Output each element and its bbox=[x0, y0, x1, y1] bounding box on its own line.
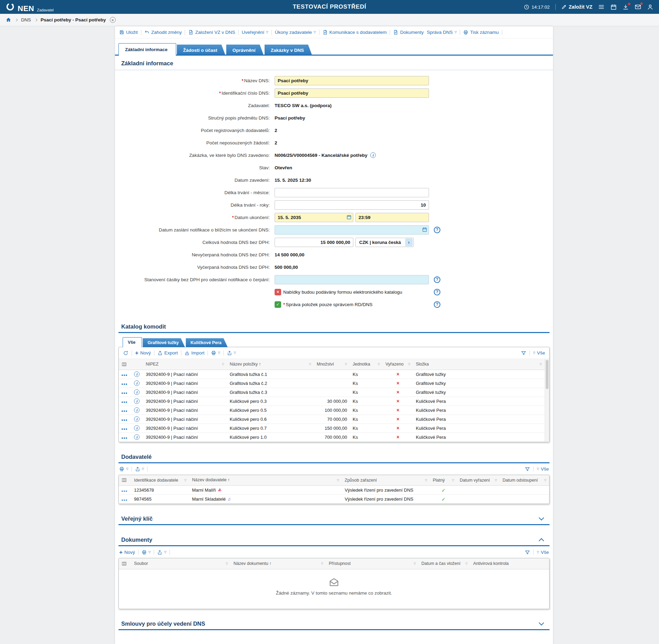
info-icon[interactable]: i bbox=[134, 389, 140, 395]
info-icon[interactable]: i bbox=[370, 152, 376, 158]
end-time-input[interactable] bbox=[355, 213, 429, 222]
filter-button[interactable] bbox=[525, 550, 530, 555]
date-picker-button[interactable] bbox=[422, 227, 427, 232]
column-filter-icon[interactable]: ▽ bbox=[378, 362, 380, 366]
documents-button[interactable]: Dokumenty bbox=[393, 30, 423, 35]
drawdown-notification-amount-input[interactable] bbox=[275, 275, 429, 284]
column-header-nipez[interactable]: NIPEZ▽ bbox=[143, 359, 227, 370]
print-menu[interactable]: ▽ bbox=[119, 466, 128, 472]
column-header-inclusion-method[interactable]: Způsob zařazení▽ bbox=[342, 475, 430, 486]
column-header-supplier-name[interactable]: Název dodavatele↑▽ bbox=[189, 475, 342, 486]
tab-basic-info[interactable]: Základní informace bbox=[118, 43, 176, 56]
column-header-antivirus[interactable]: Antivirová kontrola bbox=[470, 558, 549, 569]
column-filter-icon[interactable]: ▽ bbox=[222, 362, 224, 366]
column-header-valid[interactable]: Platný▽ bbox=[430, 475, 457, 486]
export-button[interactable]: Export bbox=[157, 350, 178, 356]
column-filter-icon[interactable]: ▽ bbox=[413, 562, 416, 565]
publish-menu[interactable]: Uveřejnění ▽ bbox=[242, 30, 268, 35]
downloads-button[interactable] bbox=[622, 4, 629, 10]
row-actions-icon[interactable] bbox=[122, 500, 127, 501]
section-header[interactable]: Veřejný klíč bbox=[118, 513, 550, 525]
view-all-menu[interactable]: ▽ Vše bbox=[537, 550, 549, 555]
row-actions-icon[interactable] bbox=[122, 383, 127, 385]
row-actions-icon[interactable] bbox=[122, 401, 127, 403]
print-menu[interactable]: ▽ bbox=[211, 350, 220, 356]
help-icon[interactable]: ? bbox=[434, 289, 440, 295]
filter-button[interactable] bbox=[525, 466, 530, 472]
date-picker-button[interactable] bbox=[346, 215, 352, 220]
app-brand[interactable]: NEN Zadavatel bbox=[6, 2, 54, 12]
table-row[interactable]: i 39292400-9 | Psací náčiní Kuličkové pe… bbox=[119, 415, 545, 424]
home-button[interactable] bbox=[6, 17, 11, 23]
row-actions-icon[interactable] bbox=[122, 428, 127, 430]
column-filter-icon[interactable]: ▽ bbox=[408, 362, 410, 366]
table-row[interactable]: i 39292400-9 | Psací náčiní Kuličkové pe… bbox=[119, 424, 545, 433]
column-header-excluded[interactable]: Vyřazeno▽ bbox=[383, 359, 413, 370]
column-header-unit[interactable]: Jednotka▽ bbox=[350, 359, 383, 370]
messages-button[interactable] bbox=[634, 3, 641, 10]
row-actions-icon[interactable] bbox=[122, 491, 127, 492]
table-row[interactable]: i 39292400-9 | Psací náčiní Kuličkové pe… bbox=[119, 406, 545, 415]
row-actions-icon[interactable] bbox=[122, 419, 127, 421]
supplier-communication-button[interactable]: Komunikace s dodavatelem bbox=[323, 30, 387, 35]
row-actions-icon[interactable] bbox=[122, 410, 127, 412]
currency-selector[interactable]: CZK | koruna česká › bbox=[355, 238, 414, 247]
column-chooser[interactable] bbox=[119, 359, 131, 370]
new-document-button[interactable]: + Nový bbox=[119, 549, 135, 555]
column-filter-icon[interactable]: ▽ bbox=[321, 562, 323, 565]
table-row[interactable]: 9874565 Marní Skladatelé♫ Výsledek řízen… bbox=[119, 495, 549, 504]
breadcrumb-dns[interactable]: DNS bbox=[21, 17, 31, 22]
column-filter-icon[interactable]: ▽ bbox=[309, 362, 311, 366]
row-actions-icon[interactable] bbox=[122, 375, 127, 376]
info-icon[interactable]: i bbox=[134, 407, 140, 413]
column-header-withdrawal-date[interactable]: Datum odstoupení▽ bbox=[500, 475, 549, 486]
column-filter-icon[interactable]: ▽ bbox=[465, 562, 468, 565]
column-filter-icon[interactable]: ▽ bbox=[226, 562, 228, 565]
info-icon[interactable]: i bbox=[134, 398, 140, 404]
share-menu[interactable]: ▽ bbox=[135, 466, 144, 472]
table-row[interactable]: i 39292400-9 | Psací náčiní Grafitová tu… bbox=[119, 379, 545, 388]
chevron-up-icon[interactable] bbox=[539, 538, 544, 544]
profile-button[interactable] bbox=[647, 4, 653, 10]
print-menu[interactable]: ▽ bbox=[142, 550, 151, 555]
column-header-insert-date[interactable]: Datum a čas vložení▽ bbox=[419, 558, 470, 569]
column-header-folder[interactable]: Složka▽ bbox=[413, 359, 545, 370]
section-header[interactable]: Smlouvy pro účely vedení DNS bbox=[118, 618, 550, 630]
chevron-down-icon[interactable] bbox=[539, 620, 544, 625]
tab-orders-in-dns[interactable]: Zakázky v DNS bbox=[265, 45, 312, 56]
breadcrumb-current[interactable]: Psací potřeby - Psací potřeby bbox=[41, 17, 106, 22]
section-header[interactable]: Dokumenty bbox=[118, 534, 550, 546]
table-scrollbar[interactable] bbox=[545, 359, 549, 442]
row-actions-icon[interactable] bbox=[122, 437, 127, 439]
column-chooser[interactable] bbox=[119, 558, 131, 569]
end-date-input[interactable] bbox=[275, 213, 353, 222]
column-header-removal-date[interactable]: Datum vyřazení▽ bbox=[457, 475, 500, 486]
currency-picker-button[interactable]: › bbox=[405, 238, 413, 246]
import-button[interactable]: Import bbox=[184, 350, 204, 356]
column-header-access[interactable]: Přístupnost▽ bbox=[326, 558, 419, 569]
new-item-button[interactable]: + Nový bbox=[135, 350, 151, 356]
column-header-qty[interactable]: Množství▽ bbox=[314, 359, 350, 370]
duration-years-input[interactable] bbox=[275, 200, 429, 210]
share-menu[interactable]: ▽ bbox=[157, 550, 166, 555]
info-icon[interactable]: i bbox=[134, 425, 140, 431]
row-actions-icon[interactable] bbox=[122, 392, 127, 394]
column-filter-icon[interactable]: ▽ bbox=[337, 479, 339, 482]
scrollbar-thumb[interactable] bbox=[546, 360, 548, 389]
duration-months-input[interactable] bbox=[275, 188, 429, 197]
table-row[interactable]: i 39292400-9 | Psací náčiní Grafitová tu… bbox=[119, 370, 545, 379]
checkbox-electronic-catalog[interactable]: × bbox=[275, 289, 281, 295]
column-filter-icon[interactable]: ▽ bbox=[425, 479, 427, 482]
column-filter-icon[interactable]: ▽ bbox=[539, 362, 542, 366]
checkbox-items-admin-only[interactable]: ✓ bbox=[275, 301, 281, 308]
info-icon[interactable]: i bbox=[134, 434, 140, 440]
tab-participation-requests[interactable]: Žádosti o účast bbox=[177, 45, 226, 56]
catalog-tab-pens[interactable]: Kuličkové Pera bbox=[186, 338, 228, 347]
dns-admin-menu[interactable]: Správa DNS ▽ bbox=[427, 30, 457, 35]
share-menu[interactable]: ▽ bbox=[227, 350, 236, 356]
table-row[interactable]: i 39292400-9 | Psací náčiní Kuličkové pe… bbox=[119, 433, 545, 442]
calendar-button[interactable] bbox=[610, 4, 617, 10]
refresh-button[interactable] bbox=[123, 350, 128, 356]
column-chooser[interactable] bbox=[119, 475, 131, 486]
end-notification-date-input[interactable] bbox=[275, 225, 429, 235]
